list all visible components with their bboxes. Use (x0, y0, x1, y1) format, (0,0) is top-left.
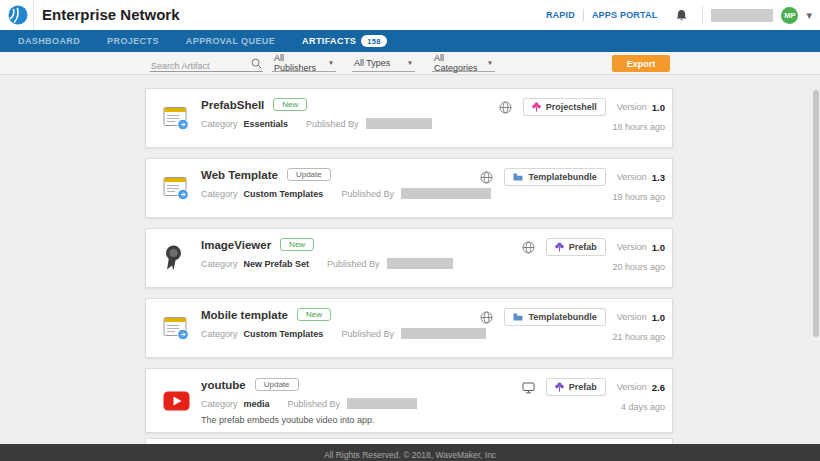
category-value: Custom Templates (244, 329, 324, 339)
artifact-info: Mobile template New Category Custom Temp… (201, 308, 486, 339)
artifact-card-prefabshell[interactable]: PrefabShell New Category Essentials Publ… (145, 88, 673, 148)
type-label: Templatebundle (528, 172, 596, 182)
type-badge: Templatebundle (504, 308, 605, 326)
header-divider (33, 0, 34, 30)
globe-icon (480, 171, 493, 184)
publishers-dropdown[interactable]: All Publishers ▼ (272, 55, 336, 72)
globe-icon (480, 311, 493, 324)
rapid-link[interactable]: RAPID (546, 10, 575, 20)
username-redacted (711, 9, 773, 22)
templatebundle-type-icon (513, 313, 523, 321)
nav-approval-queue[interactable]: APPROVAL QUEUE (186, 36, 275, 46)
category-value: media (244, 399, 270, 409)
type-badge: Prefab (546, 378, 606, 396)
chevron-down-icon[interactable]: ▾ (806, 10, 812, 20)
published-time: 4 days ago (621, 402, 665, 412)
type-badge: Templatebundle (504, 168, 605, 186)
artifact-description: The prefab embeds youtube video into app… (201, 415, 417, 425)
apps-portal-link[interactable]: APPS PORTAL (592, 10, 658, 20)
artifact-info: ImageViewer New Category New Prefab Set … (201, 238, 453, 269)
artifact-name: Web Template (201, 169, 278, 181)
published-by-label: Published By (306, 119, 359, 129)
categories-dropdown[interactable]: All Categories ▼ (432, 55, 495, 72)
type-label: Templatebundle (528, 312, 596, 322)
nav-artifacts[interactable]: ARTIFACTS 158 (302, 35, 387, 47)
artifact-card-youtube[interactable]: youtube Update Category media Published … (145, 368, 673, 433)
version-label: Version (617, 102, 647, 112)
search-icon[interactable] (251, 58, 262, 69)
type-badge: Prefab (546, 238, 606, 256)
type-badge: Projectshell (523, 98, 606, 116)
template-artifact-icon (163, 176, 190, 201)
published-time: 18 hours ago (612, 122, 665, 132)
header-right-cluster: RAPID APPS PORTAL MP ▾ (546, 0, 812, 30)
nav-artifacts-label: ARTIFACTS (302, 36, 356, 46)
type-label: Prefab (569, 382, 597, 392)
status-badge: New (280, 238, 314, 251)
search-input[interactable] (150, 59, 246, 74)
category-label: Category (201, 399, 238, 409)
artifact-name: PrefabShell (201, 99, 264, 111)
published-by-label: Published By (288, 399, 341, 409)
screen: Enterprise Network RAPID APPS PORTAL MP … (0, 0, 820, 461)
published-by-label: Published By (341, 329, 394, 339)
category-value: New Prefab Set (244, 259, 310, 269)
published-by-label: Published By (327, 259, 380, 269)
dropdown-arrow-icon: ▼ (328, 60, 334, 66)
page-title: Enterprise Network (42, 6, 180, 23)
published-by-label: Published By (341, 189, 394, 199)
type-label: Projectshell (546, 102, 597, 112)
artifacts-count-badge: 158 (361, 35, 387, 47)
publisher-redacted (401, 328, 486, 339)
link-divider (583, 9, 584, 21)
artifact-card-web-template[interactable]: Web Template Update Category Custom Temp… (145, 158, 673, 218)
types-dropdown[interactable]: All Types ▼ (352, 55, 415, 72)
top-header: Enterprise Network RAPID APPS PORTAL MP … (0, 0, 820, 30)
projectshell-type-icon (532, 102, 541, 112)
category-value: Essentials (244, 119, 289, 129)
artifact-name: ImageViewer (201, 239, 271, 251)
dropdown-arrow-icon: ▼ (487, 60, 493, 66)
publisher-redacted (401, 188, 491, 199)
artifact-right-meta: Templatebundle Version 1.0 (480, 308, 665, 326)
copyright-text: All Rights Reserved. © 2018, WaveMaker, … (324, 450, 496, 460)
templatebundle-type-icon (513, 173, 523, 181)
export-button[interactable]: Export (612, 55, 670, 72)
main-nav: DASHBOARD PROJECTS APPROVAL QUEUE ARTIFA… (0, 30, 820, 52)
globe-icon (499, 101, 512, 114)
status-badge: Update (255, 378, 299, 391)
projectshell-artifact-icon (163, 106, 190, 131)
categories-dropdown-value: All Categories (434, 53, 487, 73)
nav-projects[interactable]: PROJECTS (107, 36, 159, 46)
award-ribbon-icon (163, 245, 184, 272)
artifact-right-meta: Prefab Version 1.0 (522, 238, 665, 256)
bell-divider (702, 6, 703, 24)
nav-dashboard[interactable]: DASHBOARD (18, 36, 80, 46)
search-box (150, 55, 263, 72)
types-dropdown-value: All Types (354, 58, 390, 68)
template-artifact-icon (163, 316, 190, 341)
avatar[interactable]: MP (781, 7, 798, 24)
artifact-card-mobile-template[interactable]: Mobile template New Category Custom Temp… (145, 298, 673, 358)
status-badge: New (297, 308, 331, 321)
artifact-card-imageviewer[interactable]: ImageViewer New Category New Prefab Set … (145, 228, 673, 288)
published-time: 19 hours ago (612, 192, 665, 202)
version-value: 1.0 (652, 102, 665, 113)
artifact-name: Mobile template (201, 309, 288, 321)
artifact-info: youtube Update Category media Published … (201, 378, 417, 425)
category-label: Category (201, 329, 238, 339)
artifact-name: youtube (201, 379, 246, 391)
notifications-bell-icon[interactable] (675, 9, 688, 22)
category-label: Category (201, 119, 238, 129)
version-value: 1.0 (652, 312, 665, 323)
publishers-dropdown-value: All Publishers (274, 53, 328, 73)
scrollbar-thumb[interactable] (813, 90, 819, 337)
artifact-right-meta: Prefab Version 2.6 (522, 378, 665, 396)
publisher-redacted (387, 258, 453, 269)
category-label: Category (201, 259, 238, 269)
footer: All Rights Reserved. © 2018, WaveMaker, … (0, 444, 820, 461)
category-value: Custom Templates (244, 189, 324, 199)
status-badge: Update (287, 168, 331, 181)
category-label: Category (201, 189, 238, 199)
artifact-info: Web Template Update Category Custom Temp… (201, 168, 491, 199)
